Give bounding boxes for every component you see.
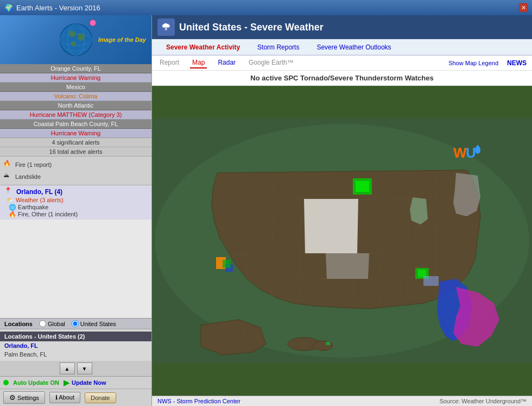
fire-label: Fire (1 report): [15, 161, 52, 168]
sub-nav-left: Report Map Radar Google Earth™: [157, 58, 296, 68]
orlando-earthquake[interactable]: 🌐 Earthquake: [4, 204, 147, 211]
location-item-palm-beach[interactable]: Palm Beach, FL: [0, 350, 151, 359]
locations-list-header: Locations - United States (2): [0, 332, 151, 341]
close-button[interactable]: ✕: [519, 3, 528, 12]
scroll-down-button[interactable]: ▼: [77, 363, 92, 374]
svg-rect-24: [423, 276, 439, 286]
main-layout: Image of the Day Orange County, FL Hurri…: [0, 15, 532, 406]
svg-text:W: W: [453, 145, 467, 161]
main-panel-title: United States - Severe Weather: [179, 22, 324, 33]
tornado-notice: No active SPC Tornado/Severe Thunderstor…: [152, 71, 532, 86]
fire-other-icon: 🔥: [9, 211, 16, 217]
incident-section: 🔥 Fire (1 report) ⛰ Landslide: [0, 157, 151, 185]
alert-item-volcano-colima[interactable]: Volcano: Colima: [0, 92, 151, 101]
title-area: 🌍 Earth Alerts - Version 2016: [4, 4, 100, 12]
globe-area[interactable]: Image of the Day: [0, 15, 151, 64]
alert-list: Orange County, FL Hurricane Warning Mexi…: [0, 64, 151, 318]
tab-storm-reports[interactable]: Storm Reports: [249, 41, 308, 53]
subtab-google-earth[interactable]: Google Earth™: [246, 58, 296, 68]
locations-label: Locations: [4, 321, 33, 327]
location-orlando-entry[interactable]: 📍 Orlando, FL (4) ⛅ Weather (3 alerts) 🌐…: [0, 185, 151, 220]
orlando-fire-other[interactable]: 🔥 Fire, Other (1 incident): [4, 211, 147, 218]
bottom-actions: Auto Update ON ▶ Update Now: [0, 377, 151, 389]
sidebar: Image of the Day Orange County, FL Hurri…: [0, 15, 152, 406]
svg-text:U: U: [466, 145, 476, 161]
alert-item-hurricane-warning-2[interactable]: Hurricane Warning: [0, 129, 151, 138]
about-button[interactable]: ℹ About: [49, 392, 80, 403]
location-pin-icon: 📍: [4, 187, 14, 197]
orlando-weather-alerts[interactable]: ⛅ Weather (3 alerts): [4, 197, 147, 204]
alert-item-hurricane-matthew[interactable]: Hurricane MATTHEW (Category 3): [0, 110, 151, 120]
global-radio[interactable]: [39, 320, 46, 327]
fire-icon: 🔥: [3, 160, 13, 170]
donate-button[interactable]: Donate: [85, 392, 116, 403]
location-item-orlando[interactable]: Orlando, FL: [0, 341, 151, 350]
update-now-label: Update Now: [72, 379, 106, 386]
settings-label: Settings: [17, 395, 39, 401]
app-buttons: ⚙ Settings ℹ About Donate: [0, 389, 151, 406]
orlando-location-name: Orlando, FL (4): [16, 188, 62, 196]
us-radio-label[interactable]: United States: [72, 320, 116, 327]
auto-update-label: Auto Update ON: [13, 379, 59, 386]
svg-rect-23: [418, 270, 426, 277]
weather-header-icon: 🌩: [157, 18, 175, 36]
pink-dot: [90, 20, 96, 26]
donate-label: Donate: [91, 395, 110, 401]
scroll-buttons: ▲ ▼: [0, 361, 151, 377]
info-icon: ℹ: [55, 394, 58, 401]
auto-update-dot: [3, 380, 9, 385]
subtab-news[interactable]: NEWS: [507, 59, 527, 67]
nav-tabs: Severe Weather Activity Storm Reports Se…: [152, 39, 532, 55]
alert-group-north-atlantic[interactable]: North Atlantic: [0, 101, 151, 110]
right-panel: 🌩 United States - Severe Weather Severe …: [152, 15, 532, 406]
about-label: About: [59, 394, 74, 401]
svg-rect-21: [356, 181, 369, 192]
landslide-label: Landslide: [15, 173, 41, 180]
total-count: 16 total active alerts: [0, 147, 151, 157]
landslide-icon: ⛰: [3, 172, 13, 182]
earthquake-icon: 🌐: [9, 204, 16, 210]
map-container[interactable]: W U: [152, 86, 532, 396]
us-map-svg: W U: [152, 86, 532, 396]
svg-rect-27: [223, 260, 231, 268]
earth-icon: 🌍: [4, 4, 13, 12]
svg-rect-33: [326, 342, 330, 345]
significant-count: 4 significant alerts: [0, 138, 151, 147]
us-label: United States: [80, 321, 116, 327]
globe-icon: [57, 21, 95, 59]
us-radio[interactable]: [72, 320, 79, 327]
tab-severe-weather[interactable]: Severe Weather Activity: [157, 41, 249, 53]
alert-item-hurricane-warning-1[interactable]: Hurricane Warning: [0, 73, 151, 83]
sub-nav: Report Map Radar Google Earth™ Show Map …: [152, 55, 532, 71]
scroll-up-button[interactable]: ▲: [60, 363, 75, 374]
incident-fire[interactable]: 🔥 Fire (1 report): [3, 159, 148, 171]
incident-landslide[interactable]: ⛰ Landslide: [3, 171, 148, 183]
subtab-map[interactable]: Map: [190, 58, 207, 68]
auto-update-status: Auto Update ON: [3, 379, 59, 386]
update-arrow-icon: ▶: [64, 378, 69, 387]
map-footer: NWS - Storm Prediction Center Source: We…: [152, 396, 532, 406]
update-now-button[interactable]: ▶ Update Now: [64, 378, 106, 387]
app-title: Earth Alerts - Version 2016: [16, 4, 100, 12]
svg-point-0: [60, 24, 92, 56]
locations-list: Locations - United States (2) Orlando, F…: [0, 329, 151, 361]
settings-button[interactable]: ⚙ Settings: [3, 391, 45, 404]
titlebar: 🌍 Earth Alerts - Version 2016 ✕: [0, 0, 532, 15]
alert-group-orange-county[interactable]: Orange County, FL: [0, 64, 151, 73]
alert-group-mexico[interactable]: Mexico: [0, 83, 151, 92]
location-radio-row: Locations Global United States: [0, 318, 151, 329]
global-radio-label[interactable]: Global: [39, 320, 65, 327]
image-of-day-label: Image of the Day: [98, 36, 146, 43]
gear-icon: ⚙: [9, 393, 16, 402]
global-label: Global: [48, 321, 65, 327]
nws-link[interactable]: NWS - Storm Prediction Center: [157, 398, 240, 404]
right-header: 🌩 United States - Severe Weather: [152, 15, 532, 39]
alert-group-coastal-palm-beach[interactable]: Coastal Palm Beach County, FL: [0, 120, 151, 129]
tab-severe-outlooks[interactable]: Severe Weather Outlooks: [308, 41, 400, 53]
show-legend-link[interactable]: Show Map Legend: [448, 60, 498, 66]
source-text: Source: Weather Underground™: [439, 398, 527, 404]
subtab-report[interactable]: Report: [157, 58, 181, 68]
subtab-radar[interactable]: Radar: [216, 58, 238, 68]
